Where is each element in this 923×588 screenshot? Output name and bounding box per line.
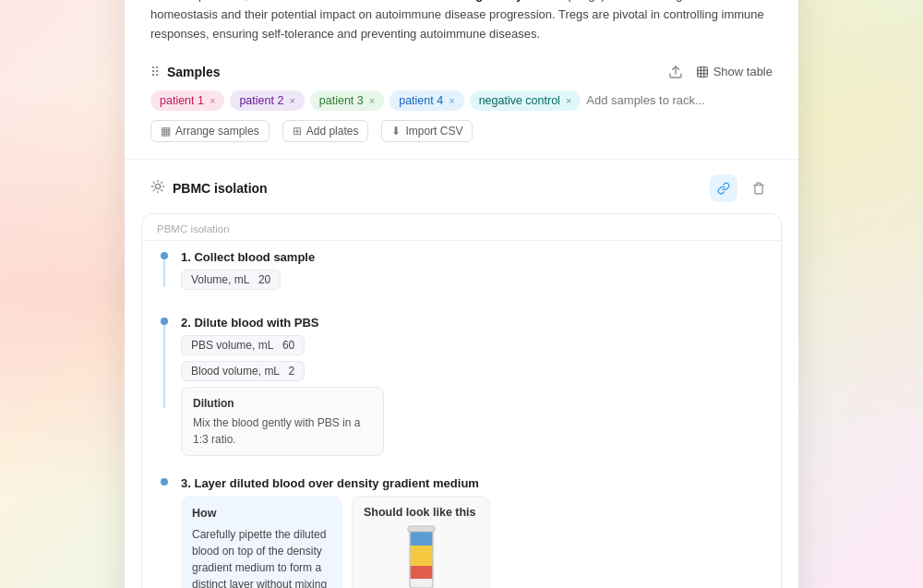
tag-patient1-close[interactable]: × [210, 95, 215, 106]
background-body: In this experiment, we aim to elucidate … [150, 0, 773, 44]
svg-rect-8 [410, 531, 433, 546]
add-samples-input[interactable] [586, 93, 741, 107]
step-2-note: Dilution Mix the blood gently with PBS i… [181, 387, 384, 456]
show-table-button[interactable]: Show table [696, 65, 773, 78]
arrange-icon: ▦ [161, 125, 171, 138]
arrange-samples-button[interactable]: ▦ Arrange samples [150, 120, 270, 142]
step-2-param-pbs: PBS volume, mL 60 [181, 335, 305, 355]
step-2-label: 2. Dilute blood with PBS [181, 316, 766, 330]
step-1-row: 1. Collect blood sample Volume, mL 20 [157, 250, 766, 303]
pbmc-actions [710, 174, 773, 202]
step-1-line [157, 252, 172, 287]
svg-point-6 [155, 185, 160, 189]
step-2-params-blood: Blood volume, mL 2 [181, 361, 766, 381]
panel-look-title: Should look like this [364, 506, 476, 519]
step-3-line [157, 478, 172, 486]
tag-patient3[interactable]: patient 3 × [310, 90, 384, 111]
pbmc-steps: 1. Collect blood sample Volume, mL 20 2.… [142, 241, 781, 588]
step-1-params: Volume, mL 20 [181, 270, 766, 290]
samples-section: ⠿ Samples [150, 63, 773, 142]
arrange-label: Arrange samples [175, 125, 259, 138]
test-tube-illustration [364, 526, 478, 588]
tag-patient3-close[interactable]: × [369, 95, 375, 106]
tags-row: patient 1 × patient 2 × patient 3 × pati… [150, 90, 773, 111]
step-1-label: 1. Collect blood sample [181, 250, 766, 264]
background-section: ≡ Background In this experiment, we aim … [150, 0, 773, 44]
tag-patient1[interactable]: patient 1 × [150, 90, 224, 111]
samples-right-actions: Show table [665, 63, 773, 81]
step-1-content: 1. Collect blood sample Volume, mL 20 [181, 250, 766, 303]
step-3-label: 3. Layer diluted blood over density grad… [181, 476, 766, 490]
samples-icon: ⠿ [150, 65, 160, 79]
tag-patient2-label: patient 2 [239, 94, 283, 107]
step-1-vline [163, 259, 165, 287]
import-csv-icon: ⬇ [391, 125, 401, 138]
samples-title-area: ⠿ Samples [150, 65, 221, 79]
pbmc-section: PBMC isolation PBMC isola [125, 174, 798, 588]
pbmc-title-area: PBMC isolation [150, 179, 268, 197]
tag-patient1-label: patient 1 [160, 94, 204, 107]
show-table-label: Show table [713, 65, 773, 78]
step-1-dot [161, 252, 168, 259]
step-2-content: 2. Dilute blood with PBS PBS volume, mL … [181, 316, 766, 463]
tag-patient4[interactable]: patient 4 × [390, 90, 463, 111]
samples-bottom-actions: ▦ Arrange samples ⊞ Add plates ⬇ Import … [150, 120, 773, 142]
step-2-line [157, 318, 172, 408]
tag-patient4-label: patient 4 [399, 94, 443, 107]
tag-patient3-label: patient 3 [319, 94, 364, 107]
panel-how-title: How [192, 505, 331, 522]
pbmc-card-header: PBMC isolation [142, 214, 781, 241]
upload-icon-button[interactable] [665, 63, 687, 81]
svg-rect-10 [410, 566, 433, 579]
pbmc-link-button[interactable] [710, 174, 737, 202]
tag-patient4-close[interactable]: × [449, 95, 454, 106]
step-2-note-body: Mix the blood gently with PBS in a 1:3 r… [193, 414, 372, 448]
step-3-content: 3. Layer diluted blood over density grad… [181, 476, 766, 588]
main-card: ≡ Background In this experiment, we aim … [125, 0, 798, 588]
panel-look: Should look like this [352, 496, 490, 588]
pbmc-delete-button[interactable] [745, 174, 773, 202]
svg-rect-13 [408, 526, 435, 532]
step-3-row: 3. Layer diluted blood over density grad… [157, 476, 766, 588]
step-3-panels: How Carefully pipette the diluted blood … [181, 496, 766, 588]
panel-how: How Carefully pipette the diluted blood … [181, 496, 342, 588]
import-csv-button[interactable]: ⬇ Import CSV [381, 120, 473, 142]
samples-header: ⠿ Samples [150, 63, 773, 81]
step-2-param-blood: Blood volume, mL 2 [181, 361, 305, 381]
tag-negative-control-label: negative control [479, 94, 560, 107]
tag-negative-control-close[interactable]: × [566, 95, 571, 106]
svg-rect-9 [410, 546, 433, 566]
add-plates-icon: ⊞ [293, 125, 302, 138]
step-2-dot [161, 318, 168, 325]
pbmc-content-card: PBMC isolation 1. Collect blood sample V… [141, 213, 782, 588]
step-2-note-title: Dilution [193, 395, 372, 412]
pbmc-title: PBMC isolation [173, 181, 268, 196]
step-1-param-volume: Volume, mL 20 [181, 270, 281, 290]
step-3-dot [161, 478, 168, 486]
tag-negative-control[interactable]: negative control × [470, 90, 581, 111]
panel-how-body: Carefully pipette the diluted blood on t… [192, 526, 331, 588]
step-2-params: PBS volume, mL 60 [181, 335, 766, 355]
pbmc-icon [150, 179, 165, 197]
import-csv-label: Import CSV [405, 125, 462, 138]
step-2-row: 2. Dilute blood with PBS PBS volume, mL … [157, 316, 766, 463]
add-plates-label: Add plates [306, 125, 359, 138]
tag-patient2[interactable]: patient 2 × [230, 90, 304, 111]
divider [125, 159, 798, 160]
samples-title: Samples [167, 65, 221, 79]
pbmc-header: PBMC isolation [125, 174, 798, 202]
step-2-vline [163, 325, 165, 408]
svg-rect-1 [697, 67, 707, 78]
tag-patient2-close[interactable]: × [289, 95, 294, 106]
add-plates-button[interactable]: ⊞ Add plates [282, 120, 369, 142]
